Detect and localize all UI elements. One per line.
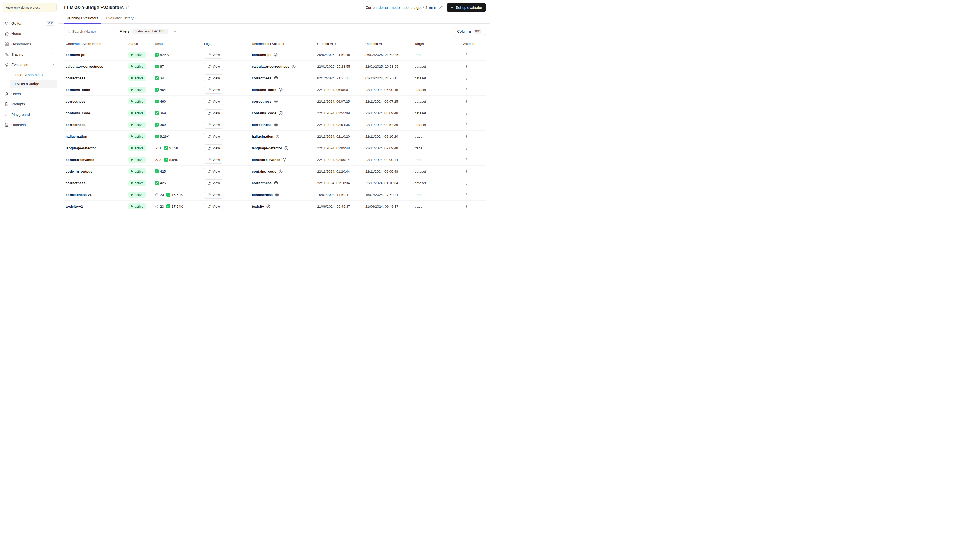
- row-actions-button[interactable]: [463, 87, 471, 93]
- view-logs-button[interactable]: View: [204, 203, 223, 210]
- sidebar-item-human-annotation[interactable]: Human Annotation: [10, 70, 57, 79]
- referenced-evaluator[interactable]: hallucination: [252, 134, 280, 139]
- referenced-evaluator[interactable]: toxicity: [252, 204, 270, 209]
- referenced-evaluator[interactable]: contextrelevance: [252, 157, 287, 162]
- info-icon[interactable]: [126, 6, 130, 10]
- referenced-evaluator[interactable]: contains_code: [252, 169, 283, 174]
- row-actions-button[interactable]: [463, 122, 471, 128]
- table-row[interactable]: contains-piiactive5.44KViewcontains-pii2…: [64, 49, 486, 60]
- referenced-evaluator[interactable]: language-detector: [252, 146, 288, 150]
- demo-project-link[interactable]: demo project: [21, 6, 40, 10]
- sidebar-item-users[interactable]: Users: [2, 89, 57, 98]
- setup-evaluator-button[interactable]: Set up evaluator: [447, 3, 486, 12]
- edit-model-button[interactable]: [438, 5, 444, 11]
- row-actions-button[interactable]: [463, 203, 471, 210]
- sidebar-item-home[interactable]: Home: [2, 29, 57, 38]
- col-status[interactable]: Status: [126, 39, 153, 49]
- row-actions-button[interactable]: [463, 110, 471, 116]
- sidebar-item-dashboards[interactable]: Dashboards: [2, 40, 57, 49]
- generated-score-name: contains_code: [65, 111, 90, 115]
- filter-chip: Status any of ACTIVE: [132, 29, 168, 34]
- sidebar-item-llm-as-a-judge[interactable]: LLM-as-a-Judge: [10, 79, 57, 88]
- pencil-icon: [439, 6, 443, 10]
- table-row[interactable]: language-detectoractive19.15KViewlanguag…: [64, 142, 486, 154]
- sidebar-item-evaluation[interactable]: Evaluation: [2, 60, 57, 70]
- row-actions-button[interactable]: [463, 145, 471, 151]
- search-box: [64, 27, 115, 36]
- row-actions-button[interactable]: [463, 157, 471, 163]
- tab-evaluator-library[interactable]: Evaluator Library: [103, 14, 137, 24]
- view-logs-button[interactable]: View: [204, 86, 223, 94]
- table-row[interactable]: correctnessactive369Viewcorrectness22/11…: [64, 119, 486, 131]
- view-logs-button[interactable]: View: [204, 121, 223, 129]
- referenced-evaluator[interactable]: correctness: [252, 122, 278, 127]
- status-dot: [130, 124, 133, 126]
- referenced-evaluator[interactable]: contains_code: [252, 87, 283, 92]
- view-logs-button[interactable]: View: [204, 179, 223, 187]
- status-badge: active: [128, 203, 146, 210]
- referenced-evaluator[interactable]: contains_code: [252, 111, 283, 115]
- row-actions-button[interactable]: [463, 133, 471, 140]
- status-badge: active: [128, 87, 146, 93]
- row-actions-button[interactable]: [463, 52, 471, 58]
- table-row[interactable]: code_in_outputactive425Viewcontains_code…: [64, 166, 486, 177]
- view-logs-button[interactable]: View: [204, 51, 223, 59]
- kebab-menu-icon: [465, 111, 469, 115]
- referenced-evaluator[interactable]: correctness: [252, 76, 278, 80]
- table-row[interactable]: correctnessactive460Viewcorrectness22/11…: [64, 95, 486, 107]
- table-row[interactable]: toxicity-v2active2317.64KViewtoxicity21/…: [64, 201, 486, 212]
- table-row[interactable]: conciseness-v1active2316.62KViewconcisen…: [64, 189, 486, 201]
- sidebar-item-playground[interactable]: Playground: [2, 110, 57, 119]
- col-result[interactable]: Result: [153, 39, 202, 49]
- row-actions-button[interactable]: [463, 75, 471, 81]
- view-logs-button[interactable]: View: [204, 144, 223, 152]
- status-badge: active: [128, 98, 146, 105]
- sidebar-item-tracing[interactable]: Tracing: [2, 50, 57, 59]
- table-row[interactable]: contextrelevanceactive38.94KViewcontextr…: [64, 154, 486, 166]
- col-generated-score-name[interactable]: Generated Score Name: [64, 39, 126, 49]
- col-logs[interactable]: Logs: [202, 39, 250, 49]
- view-logs-button[interactable]: View: [204, 156, 223, 164]
- sidebar-item-datasets[interactable]: Datasets: [2, 120, 57, 130]
- result-pending: 23: [155, 193, 164, 197]
- row-actions-button[interactable]: [463, 98, 471, 105]
- created-at: 22/11/2024, 02:10:20: [315, 131, 363, 142]
- tab-running-evaluators[interactable]: Running Evaluators: [64, 14, 101, 24]
- col-updated-at[interactable]: Updated At: [363, 39, 412, 49]
- clear-filters-button[interactable]: [172, 29, 178, 34]
- referenced-evaluator[interactable]: correctness: [252, 99, 278, 104]
- table-row[interactable]: contains_codeactive369Viewcontains_code2…: [64, 107, 486, 119]
- sidebar-item-prompts[interactable]: Prompts: [2, 100, 57, 109]
- table-row[interactable]: contains_codeactive464Viewcontains_code2…: [64, 84, 486, 95]
- external-link-icon: [207, 111, 211, 115]
- kebab-menu-icon: [465, 122, 469, 127]
- col-target[interactable]: Target: [412, 39, 461, 49]
- referenced-evaluator[interactable]: contains-pii: [252, 52, 278, 57]
- chevron-right-icon: [51, 52, 54, 56]
- view-logs-button[interactable]: View: [204, 110, 223, 117]
- table-row[interactable]: hallucinationactive9.26KViewhallucinatio…: [64, 131, 486, 142]
- col-created-at[interactable]: Created At▼: [315, 39, 363, 49]
- view-logs-button[interactable]: View: [204, 168, 223, 175]
- referenced-evaluator[interactable]: correctness: [252, 181, 278, 185]
- row-actions-button[interactable]: [463, 63, 471, 70]
- view-logs-button[interactable]: View: [204, 75, 223, 82]
- table-row[interactable]: correctnessactive425Viewcorrectness22/11…: [64, 177, 486, 189]
- row-actions-button[interactable]: [463, 168, 471, 175]
- search-input[interactable]: [64, 27, 115, 36]
- col-referenced-evaluator[interactable]: Referenced Evaluator: [250, 39, 315, 49]
- result-cell: 38.94K: [155, 158, 200, 162]
- referenced-evaluator[interactable]: conciseness: [252, 192, 279, 197]
- referenced-evaluator[interactable]: calculator-correctness: [252, 64, 296, 69]
- filters-button[interactable]: Filters Status any of ACTIVE: [119, 27, 169, 35]
- columns-button[interactable]: Columns 9/11: [454, 27, 486, 36]
- goto-search-button[interactable]: Go to... ⌘ K: [2, 19, 57, 28]
- table-row[interactable]: calculator-correctnessactive67Viewcalcul…: [64, 60, 486, 72]
- view-logs-button[interactable]: View: [204, 63, 223, 70]
- row-actions-button[interactable]: [463, 180, 471, 186]
- view-logs-button[interactable]: View: [204, 98, 223, 105]
- view-logs-button[interactable]: View: [204, 133, 223, 140]
- row-actions-button[interactable]: [463, 192, 471, 198]
- view-logs-button[interactable]: View: [204, 191, 223, 198]
- table-row[interactable]: correctnessactive341Viewcorrectness02/12…: [64, 72, 486, 84]
